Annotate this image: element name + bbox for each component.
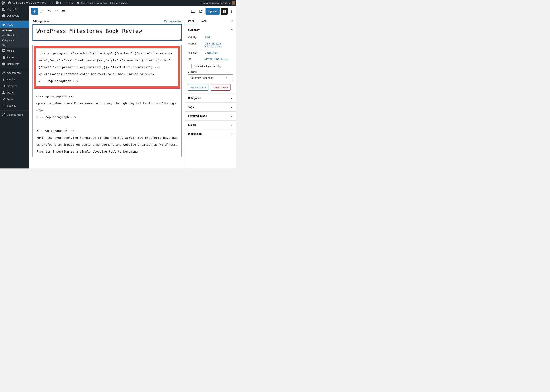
brush-icon — [2, 71, 6, 75]
comment-count: 0 — [60, 2, 62, 4]
code-highlighted-block: <!-- wp:paragraph {"metadata":{"bindings… — [38, 50, 176, 84]
redo-button[interactable] — [53, 8, 60, 14]
my-account-link[interactable]: Howdy, Courtney Robertson — [201, 1, 235, 5]
sidebar-item-label: Media — [7, 49, 14, 52]
sidebar-item-label: Snippets — [7, 84, 17, 88]
document-overview-button[interactable] — [61, 8, 67, 14]
summary-title: Summary — [188, 28, 200, 31]
view-post-link[interactable]: View Post — [97, 2, 107, 4]
tags-title: Tags — [188, 105, 194, 108]
edit-tool-button[interactable] — [39, 8, 45, 14]
publish-value[interactable]: March 15, 2024 5:36 pm UTC+0 — [204, 42, 233, 48]
sidebar-item-label: Comments — [7, 63, 19, 65]
sidebar-item-label: Posts — [7, 23, 13, 26]
publish-time: 5:36 pm UTC+0 — [204, 45, 221, 48]
wrench-icon — [2, 97, 6, 101]
comment-icon — [56, 1, 59, 5]
collapse-icon — [2, 113, 6, 117]
site-name-link[interactable]: wp-beta.dev Managed WordPress Site — [8, 1, 53, 5]
view-post-label: View Post — [97, 2, 107, 4]
summary-panel-header[interactable]: Summary — [185, 25, 236, 34]
sidebar-item-dashboard[interactable]: Dashboard — [0, 12, 29, 19]
sidebar-item-users[interactable]: Users — [0, 89, 29, 96]
sliders-icon — [2, 104, 6, 108]
visibility-value[interactable]: Public — [204, 36, 233, 39]
more-options-button[interactable] — [229, 8, 234, 14]
tab-post[interactable]: Post — [185, 17, 197, 25]
bug-icon — [76, 1, 80, 5]
exit-code-editor-link[interactable]: Exit code editor — [164, 20, 182, 23]
sidebar-item-appearance[interactable]: Appearance — [0, 70, 29, 76]
sidebar-item-label: Pagely® — [7, 8, 17, 11]
chevron-down-icon — [230, 96, 233, 100]
visibility-label: Visibility — [188, 36, 204, 39]
preview-button[interactable] — [197, 8, 204, 14]
categories-panel-header[interactable]: Categories — [185, 94, 236, 103]
sidebar-item-tools[interactable]: Tools — [0, 96, 29, 103]
author-select[interactable]: Courtney Robertson — [188, 74, 233, 81]
collapse-label: Collapse menu — [7, 113, 23, 116]
chevron-down-icon — [230, 123, 233, 127]
chevron-down-icon — [230, 132, 233, 136]
code-rest-block: <!-- wp:paragraph --> <p><strong>WordPre… — [36, 93, 178, 155]
plus-icon — [64, 1, 68, 5]
scissors-icon — [2, 84, 6, 88]
sidebar-item-posts[interactable]: Posts — [0, 21, 29, 28]
wp-logo[interactable] — [1, 1, 5, 5]
sidebar-item-pagely[interactable]: P Pagely® — [0, 6, 29, 12]
submenu-tags[interactable]: Tags — [0, 43, 29, 48]
post-content-code-editor[interactable]: <!-- wp:paragraph {"metadata":{"bindings… — [32, 45, 182, 157]
sidebar-item-pages[interactable]: Pages — [0, 54, 29, 61]
excerpt-panel-header[interactable]: Excerpt — [185, 120, 236, 129]
post-title-input[interactable] — [32, 24, 182, 41]
featured-image-panel-header[interactable]: Featured image — [185, 112, 236, 120]
url-label: URL — [188, 58, 204, 61]
settings-toggle-button[interactable] — [221, 8, 228, 14]
sidebar-item-plugins[interactable]: Plugins — [0, 76, 29, 83]
discussion-panel-header[interactable]: Discussion — [185, 129, 236, 138]
sidebar-item-settings[interactable]: Settings — [0, 103, 29, 109]
switch-to-draft-button[interactable]: Switch to draft — [188, 84, 208, 91]
wordpress-icon — [1, 1, 5, 5]
tags-panel-header[interactable]: Tags — [185, 103, 236, 112]
submenu-add-new-post[interactable]: Add New Post — [0, 33, 29, 38]
new-label: New — [69, 2, 74, 4]
view-button[interactable] — [190, 8, 196, 14]
update-button[interactable]: Update — [205, 8, 219, 14]
sidebar-item-label: Dashboard — [7, 14, 20, 17]
collapse-menu[interactable]: Collapse menu — [0, 112, 29, 118]
url-value[interactable]: s45732.p1545.sites.p... — [204, 58, 233, 61]
excerpt-title: Excerpt — [188, 123, 197, 126]
submenu-all-posts[interactable]: All Posts — [0, 28, 29, 33]
template-value[interactable]: Single Posts — [204, 51, 233, 54]
site-name-text: wp-beta.dev Managed WordPress Site — [12, 2, 53, 4]
take-screenshot-link[interactable]: Take screenshot — [110, 2, 127, 4]
page-icon — [2, 56, 6, 59]
move-to-trash-button[interactable]: Move to trash — [211, 84, 231, 91]
take-screenshot-label: Take screenshot — [110, 2, 127, 4]
comments-link[interactable]: 0 — [56, 1, 62, 5]
new-content-link[interactable]: New — [64, 1, 74, 5]
sidebar-item-comments[interactable]: Comments — [0, 61, 29, 67]
submenu-categories[interactable]: Categories — [0, 38, 29, 43]
menu-separator — [0, 68, 29, 69]
tab-block[interactable]: Block — [197, 17, 210, 25]
sidebar-item-label: Users — [7, 91, 14, 94]
media-icon — [2, 49, 6, 53]
test-reports-label: Test Reports — [81, 2, 94, 4]
sidebar-item-snippets[interactable]: Snippets — [0, 83, 29, 89]
stick-checkbox[interactable] — [188, 64, 192, 68]
chevron-up-icon — [230, 28, 233, 32]
sidebar-item-label: Plugins — [7, 78, 15, 81]
sidebar-item-media[interactable]: Media — [0, 48, 29, 54]
svg-point-3 — [231, 10, 232, 10]
close-settings-button[interactable] — [230, 18, 235, 23]
menu-separator — [0, 20, 29, 21]
author-value: Courtney Robertson — [190, 76, 213, 79]
block-inserter-button[interactable] — [31, 8, 38, 14]
test-reports-link[interactable]: Test Reports — [76, 1, 94, 5]
home-icon — [8, 1, 11, 5]
undo-button[interactable] — [46, 8, 53, 14]
author-label: AUTHOR — [188, 70, 233, 74]
pin-icon — [2, 23, 6, 27]
